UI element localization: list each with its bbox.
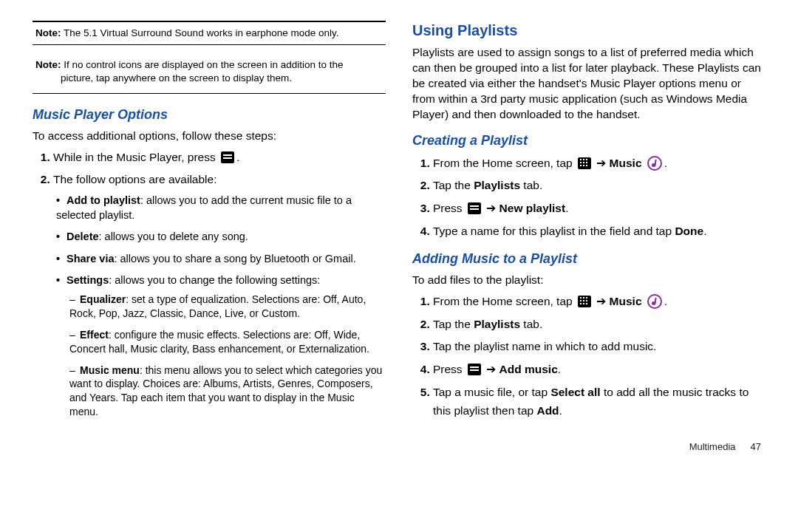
intro-text: To access additional options, follow the… bbox=[33, 129, 386, 144]
creating-steps: From the Home screen, tap ➔ Music . Tap … bbox=[412, 154, 765, 241]
heading-music-player-options: Music Player Options bbox=[33, 107, 386, 123]
bullet-add-to-playlist: Add to playlist: allows you to add the c… bbox=[53, 194, 386, 222]
heading-creating-playlist: Creating a Playlist bbox=[412, 133, 765, 149]
music-icon bbox=[647, 156, 662, 171]
menu-icon bbox=[468, 364, 481, 375]
note-label: Note: bbox=[35, 59, 61, 70]
note-text: The 5.1 Virtual Surround Sound works in … bbox=[61, 27, 339, 38]
using-playlists-paragraph: Playlists are used to assign songs to a … bbox=[412, 45, 765, 123]
add-step-4: Press ➔ Add music. bbox=[433, 361, 765, 379]
add-step-1: From the Home screen, tap ➔ Music . bbox=[433, 293, 765, 311]
note-label: Note: bbox=[35, 27, 61, 38]
add-step-5: Tap a music file, or tap Select all to a… bbox=[433, 383, 765, 420]
dash-effect: Effect: configure the music effects. Sel… bbox=[69, 328, 386, 356]
dash-music-menu: Music menu: this menu allows you to sele… bbox=[69, 364, 386, 420]
note-text-cont: picture, tap anywhere on the screen to d… bbox=[35, 72, 383, 85]
bullet-delete: Delete: allows you to delete any song. bbox=[53, 230, 386, 245]
page-footer: Multimedia47 bbox=[412, 441, 765, 452]
add-step-2: Tap the Playlists tab. bbox=[433, 316, 765, 334]
menu-icon bbox=[221, 151, 234, 163]
page-number: 47 bbox=[751, 441, 761, 452]
create-step-1: From the Home screen, tap ➔ Music . bbox=[433, 154, 765, 173]
page: Note: The 5.1 Virtual Surround Sound wor… bbox=[0, 0, 798, 532]
options-bullets: Add to playlist: allows you to add the c… bbox=[53, 194, 386, 419]
note-text: If no control icons are displayed on the… bbox=[61, 59, 344, 70]
footer-section: Multimedia bbox=[689, 441, 736, 452]
create-step-3: Press ➔ New playlist. bbox=[433, 200, 765, 218]
create-step-2: Tap the Playlists tab. bbox=[433, 177, 765, 195]
heading-adding-music: Adding Music to a Playlist bbox=[412, 251, 765, 267]
dash-equalizer: Equalizer: set a type of equalization. S… bbox=[69, 293, 386, 321]
heading-using-playlists: Using Playlists bbox=[412, 22, 765, 39]
bullet-share-via: Share via: allows you to share a song by… bbox=[53, 252, 386, 267]
step-2: The follow options are available: Add to… bbox=[53, 171, 386, 419]
bullet-settings: Settings: allows you to change the follo… bbox=[53, 273, 386, 419]
create-step-4: Type a name for this playlist in the fie… bbox=[433, 222, 765, 241]
right-column: Using Playlists Playlists are used to as… bbox=[405, 15, 776, 525]
note-surround: Note: The 5.1 Virtual Surround Sound wor… bbox=[33, 21, 386, 45]
adding-intro: To add files to the playlist: bbox=[412, 273, 765, 288]
note-controls: Note: If no control icons are displayed … bbox=[33, 54, 386, 93]
add-step-3: Tap the playlist name in which to add mu… bbox=[433, 338, 765, 356]
apps-grid-icon bbox=[578, 296, 591, 307]
left-column: Note: The 5.1 Virtual Surround Sound wor… bbox=[22, 15, 405, 525]
adding-steps: From the Home screen, tap ➔ Music . Tap … bbox=[412, 293, 765, 420]
menu-icon bbox=[468, 202, 481, 214]
settings-sublist: Equalizer: set a type of equalization. S… bbox=[56, 293, 386, 419]
music-icon bbox=[647, 294, 662, 309]
step-1: While in the Music Player, press . bbox=[53, 149, 386, 167]
steps-list: While in the Music Player, press . The f… bbox=[33, 149, 386, 420]
apps-grid-icon bbox=[578, 157, 591, 169]
